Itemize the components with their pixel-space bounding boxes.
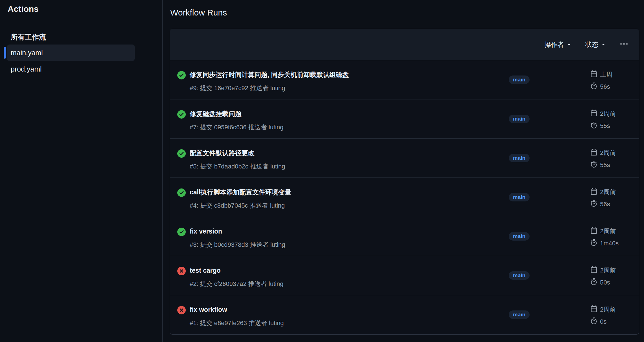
run-title-link[interactable]: 修复同步运行时间计算问题, 同步关机前卸载默认组磁盘 bbox=[190, 70, 349, 79]
run-times-cell: 上周 56s bbox=[590, 60, 629, 99]
run-summary: 修复磁盘挂载问题 #7: 提交 0959f6c636 推送者 luting bbox=[177, 99, 509, 138]
stopwatch-icon bbox=[590, 278, 597, 287]
run-text: call执行脚本添加配置文件环境变量 #4: 提交 c8dbb7045c 推送者… bbox=[190, 188, 291, 209]
stopwatch-icon bbox=[590, 200, 597, 208]
run-date-text: 2周前 bbox=[600, 266, 616, 275]
run-times-cell: 2周前 56s bbox=[590, 178, 629, 217]
runs-toolbar: 操作者 状态 bbox=[170, 29, 639, 60]
run-text: fix workflow #1: 提交 e8e97fe263 推送者 lutin… bbox=[190, 305, 284, 327]
run-title-link[interactable]: call执行脚本添加配置文件环境变量 bbox=[190, 188, 291, 196]
main-content: Workflow Runs 操作者 状态 bbox=[163, 0, 644, 342]
check-circle-icon bbox=[177, 188, 186, 197]
branch-badge[interactable]: main bbox=[509, 193, 530, 201]
all-workflows-link[interactable]: 所有工作流 bbox=[11, 33, 162, 41]
workflow-run-row[interactable]: 修复同步运行时间计算问题, 同步关机前卸载默认组磁盘 #9: 提交 16e70e… bbox=[170, 60, 639, 99]
run-branch-cell: main bbox=[509, 217, 590, 256]
branch-badge[interactable]: main bbox=[509, 115, 530, 123]
workflow-run-row[interactable]: fix workflow #1: 提交 e8e97fe263 推送者 lutin… bbox=[170, 295, 639, 334]
run-date-text: 上周 bbox=[600, 70, 612, 79]
run-date-text: 2周前 bbox=[600, 110, 616, 118]
run-commit-meta: #1: 提交 e8e97fe263 推送者 luting bbox=[190, 319, 284, 327]
run-branch-cell: main bbox=[509, 256, 590, 295]
run-commit-meta: #2: 提交 cf260937a2 推送者 luting bbox=[190, 280, 284, 288]
workflow-run-row[interactable]: test cargo #2: 提交 cf260937a2 推送者 luting … bbox=[170, 256, 639, 295]
run-title-link[interactable]: fix version bbox=[190, 227, 222, 236]
branch-badge[interactable]: main bbox=[509, 154, 530, 162]
run-title-link[interactable]: test cargo bbox=[190, 266, 221, 275]
x-circle-icon bbox=[177, 306, 186, 314]
run-times-cell: 2周前 1m40s bbox=[590, 217, 629, 256]
run-summary: 修复同步运行时间计算问题, 同步关机前卸载默认组磁盘 #9: 提交 16e70e… bbox=[177, 60, 509, 99]
run-date: 2周前 bbox=[590, 110, 629, 118]
run-duration-text: 0s bbox=[600, 318, 607, 325]
branch-badge[interactable]: main bbox=[509, 271, 530, 280]
selected-indicator-bar bbox=[4, 47, 6, 59]
run-commit-meta: #5: 提交 b7daad0b2c 推送者 luting bbox=[190, 163, 285, 170]
sidebar: Actions 所有工作流 main.yaml prod.yaml bbox=[0, 0, 163, 342]
calendar-icon bbox=[590, 70, 597, 79]
run-summary: fix workflow #1: 提交 e8e97fe263 推送者 lutin… bbox=[177, 295, 509, 334]
run-title-link[interactable]: 配置文件默认路径更改 bbox=[190, 149, 254, 157]
workflow-label: prod.yaml bbox=[11, 65, 42, 73]
actor-filter-label: 操作者 bbox=[545, 40, 564, 49]
run-commit-meta: #7: 提交 0959f6c636 推送者 luting bbox=[190, 124, 284, 131]
run-duration: 55s bbox=[590, 122, 629, 130]
triangle-down-icon bbox=[567, 41, 571, 48]
more-options-button[interactable] bbox=[620, 39, 628, 50]
run-branch-cell: main bbox=[509, 295, 590, 334]
kebab-horizontal-icon bbox=[620, 41, 628, 49]
status-filter-button[interactable]: 状态 bbox=[585, 40, 606, 49]
run-date: 上周 bbox=[590, 71, 629, 79]
run-duration-text: 1m40s bbox=[600, 240, 619, 247]
run-date: 2周前 bbox=[590, 227, 629, 235]
run-title-link[interactable]: 修复磁盘挂载问题 bbox=[190, 110, 242, 118]
run-commit-meta: #9: 提交 16e70e7c92 推送者 luting bbox=[190, 85, 349, 92]
runs-list: 修复同步运行时间计算问题, 同步关机前卸载默认组磁盘 #9: 提交 16e70e… bbox=[170, 60, 639, 334]
run-date: 2周前 bbox=[590, 188, 629, 196]
run-times-cell: 2周前 55s bbox=[590, 139, 629, 177]
run-duration: 56s bbox=[590, 83, 629, 91]
check-circle-icon bbox=[177, 71, 186, 79]
calendar-icon bbox=[590, 305, 597, 314]
workflow-run-row[interactable]: call执行脚本添加配置文件环境变量 #4: 提交 c8dbb7045c 推送者… bbox=[170, 178, 639, 217]
actor-filter-button[interactable]: 操作者 bbox=[545, 40, 571, 49]
run-duration: 50s bbox=[590, 279, 629, 287]
check-circle-icon bbox=[177, 149, 186, 158]
run-date-text: 2周前 bbox=[600, 149, 616, 157]
workflow-label: main.yaml bbox=[11, 49, 43, 57]
run-duration: 56s bbox=[590, 200, 629, 208]
workflow-run-row[interactable]: 修复磁盘挂载问题 #7: 提交 0959f6c636 推送者 luting ma… bbox=[170, 99, 639, 139]
branch-badge[interactable]: main bbox=[509, 310, 530, 319]
workflow-run-row[interactable]: fix version #3: 提交 b0cd9378d3 推送者 luting… bbox=[170, 217, 639, 256]
run-date-text: 2周前 bbox=[600, 305, 616, 314]
stopwatch-icon bbox=[590, 83, 597, 91]
run-text: fix version #3: 提交 b0cd9378d3 推送者 luting bbox=[190, 227, 285, 248]
calendar-icon bbox=[590, 188, 597, 196]
stopwatch-icon bbox=[590, 122, 597, 130]
run-date-text: 2周前 bbox=[600, 227, 616, 236]
workflow-runs-card: 操作者 状态 bbox=[170, 29, 639, 335]
run-summary: 配置文件默认路径更改 #5: 提交 b7daad0b2c 推送者 luting bbox=[177, 139, 509, 177]
calendar-icon bbox=[590, 266, 597, 275]
run-branch-cell: main bbox=[509, 178, 590, 217]
run-text: 修复同步运行时间计算问题, 同步关机前卸载默认组磁盘 #9: 提交 16e70e… bbox=[190, 70, 349, 92]
run-commit-meta: #3: 提交 b0cd9378d3 推送者 luting bbox=[190, 241, 285, 248]
run-title-link[interactable]: fix workflow bbox=[190, 305, 227, 314]
sidebar-title: Actions bbox=[8, 3, 162, 15]
run-date-text: 2周前 bbox=[600, 188, 616, 196]
run-duration-text: 56s bbox=[600, 83, 610, 90]
branch-badge[interactable]: main bbox=[509, 232, 530, 241]
workflow-run-row[interactable]: 配置文件默认路径更改 #5: 提交 b7daad0b2c 推送者 luting … bbox=[170, 139, 639, 178]
sidebar-item-main-yaml[interactable]: main.yaml bbox=[7, 45, 135, 61]
stopwatch-icon bbox=[590, 317, 597, 326]
stopwatch-icon bbox=[590, 239, 597, 248]
check-circle-icon bbox=[177, 110, 186, 119]
run-duration: 0s bbox=[590, 318, 629, 326]
actions-page: Actions 所有工作流 main.yaml prod.yaml Workfl… bbox=[0, 0, 644, 342]
run-summary: fix version #3: 提交 b0cd9378d3 推送者 luting bbox=[177, 217, 509, 256]
run-date: 2周前 bbox=[590, 267, 629, 274]
branch-badge[interactable]: main bbox=[509, 75, 530, 84]
run-date: 2周前 bbox=[590, 306, 629, 314]
run-summary: test cargo #2: 提交 cf260937a2 推送者 luting bbox=[177, 256, 509, 295]
sidebar-item-prod-yaml[interactable]: prod.yaml bbox=[7, 61, 135, 77]
